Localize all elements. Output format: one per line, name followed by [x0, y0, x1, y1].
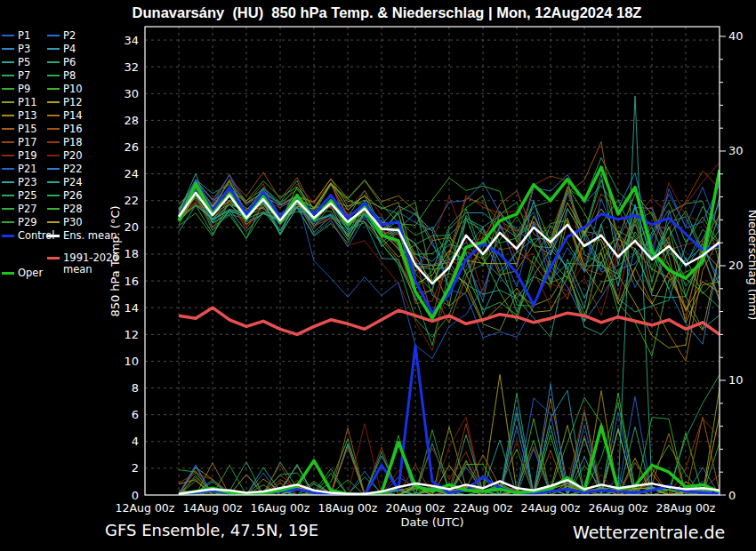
legend-item-P1: P1	[2, 29, 30, 42]
meteogram-page: Dunavarsány (HU) 850 hPa Temp. & Nieders…	[0, 0, 756, 551]
legend-color-chip	[2, 181, 14, 183]
legend-item-P6: P6	[47, 56, 76, 68]
legend-label: P30	[63, 217, 83, 228]
legend-item-P16: P16	[47, 123, 83, 135]
legend-color-chip	[47, 35, 60, 36]
legend-color-chip	[47, 181, 60, 183]
legend-item-P20: P20	[47, 149, 83, 162]
y-left-tick-label: 6	[132, 408, 139, 421]
legend-label: P15	[18, 124, 37, 135]
y-left-tick-label: 22	[124, 194, 139, 207]
legend-item-P3: P3	[2, 43, 30, 55]
legend-label: P24	[63, 177, 83, 188]
y-left-tick-label: 20	[124, 220, 139, 234]
y-left-tick-label: 10	[124, 355, 139, 368]
legend-item-P29: P29	[2, 216, 37, 228]
legend-label: P29	[18, 217, 37, 228]
legend-item-P12: P12	[47, 96, 83, 108]
y-left-tick-label: 12	[124, 328, 139, 341]
x-tick-label: 14Aug 00z	[183, 501, 243, 515]
legend-label: P22	[63, 164, 83, 175]
y-right-tick-label: 30	[728, 144, 744, 157]
legend-label: P28	[63, 204, 83, 215]
legend-label: P7	[18, 70, 30, 82]
x-tick-label: 28Aug 00z	[656, 501, 716, 515]
y-right-axis-title: Niederschlag (mm)	[746, 210, 756, 321]
legend-color-chip	[2, 221, 14, 223]
legend-item-P22: P22	[47, 163, 83, 175]
site-watermark: Wetterzentrale.de	[573, 523, 725, 542]
x-tick-label: 24Aug 00z	[521, 501, 581, 515]
legend-label: P26	[63, 190, 83, 202]
x-tick-label: 26Aug 00z	[589, 501, 648, 515]
legend-item-P15: P15	[2, 123, 37, 135]
legend-color-chip	[2, 128, 14, 130]
legend-item-ens-mean: Ens. mean	[47, 229, 117, 242]
legend-color-chip	[47, 115, 60, 116]
legend-item-P28: P28	[47, 203, 83, 215]
legend-color-chip	[2, 101, 14, 103]
legend-color-chip	[47, 235, 60, 237]
legend-label: P1	[18, 30, 30, 42]
legend-color-chip	[47, 88, 60, 90]
legend-label: Ens. mean	[63, 230, 117, 242]
legend-item-P7: P7	[2, 69, 30, 82]
y-left-tick-label: 16	[124, 275, 139, 288]
legend-item-P10: P10	[47, 83, 83, 95]
y-right-tick-label: 0	[728, 489, 736, 502]
legend-label: P27	[18, 204, 37, 215]
legend-color-chip	[47, 221, 60, 223]
legend-color-chip	[2, 195, 14, 196]
x-tick-label: 16Aug 00z	[251, 501, 310, 515]
legend-label: P20	[63, 150, 83, 162]
legend-item-P27: P27	[2, 203, 37, 215]
legend-item-P13: P13	[2, 109, 37, 122]
legend-item-P8: P8	[47, 69, 76, 82]
legend-label: P5	[18, 57, 30, 68]
x-axis-title: Date (UTC)	[400, 515, 463, 529]
legend-label: P25	[18, 190, 37, 202]
legend-color-chip	[47, 75, 60, 76]
legend-label: P18	[63, 137, 83, 148]
legend-label: 1991-2020	[63, 252, 119, 264]
legend-color-chip	[47, 61, 60, 63]
legend-color-chip	[2, 168, 14, 170]
legend-label: P16	[63, 124, 83, 135]
y-left-tick-label: 34	[124, 34, 139, 47]
legend-color-chip	[47, 128, 60, 130]
legend-item-P17: P17	[2, 136, 37, 148]
legend-label: Oper	[18, 268, 43, 279]
legend-label: P2	[63, 30, 76, 42]
legend-item-P5: P5	[2, 56, 30, 68]
legend-label: P11	[18, 97, 37, 108]
y-left-tick-label: 28	[124, 114, 139, 127]
legend-item-P14: P14	[47, 109, 83, 122]
legend-item-P19: P19	[2, 149, 37, 162]
y-right-tick-label: 40	[728, 29, 744, 43]
legend-color-chip	[47, 101, 60, 103]
legend-label: P6	[63, 57, 76, 68]
x-tick-label: 18Aug 00z	[318, 501, 378, 515]
y-right-tick-label: 20	[728, 259, 744, 272]
legend-color-chip	[2, 272, 14, 275]
legend-item-P4: P4	[47, 43, 76, 55]
legend-label: P10	[63, 84, 83, 95]
y-left-tick-label: 26	[124, 140, 139, 154]
meteogram-plot: 12Aug 00z14Aug 00z16Aug 00z18Aug 00z20Au…	[0, 0, 756, 551]
x-tick-label: 22Aug 00z	[454, 501, 513, 515]
legend-item-P9: P9	[2, 83, 30, 95]
legend-label: P9	[18, 84, 30, 95]
legend-label: mean	[63, 264, 92, 276]
legend-color-chip	[47, 195, 60, 196]
legend-label: P8	[63, 70, 76, 82]
legend-color-chip	[2, 88, 14, 90]
y-left-tick-label: 4	[132, 435, 139, 448]
legend-item-climate-mean: 1991-2020	[47, 252, 119, 264]
legend-color-chip	[2, 115, 14, 116]
legend-color-chip	[2, 141, 14, 143]
legend-color-chip	[2, 35, 14, 36]
legend-item-climate-mean-line2: mean	[63, 263, 92, 276]
y-left-tick-label: 2	[132, 461, 139, 475]
legend-label: P21	[18, 164, 37, 175]
legend-item-P11: P11	[2, 96, 37, 108]
